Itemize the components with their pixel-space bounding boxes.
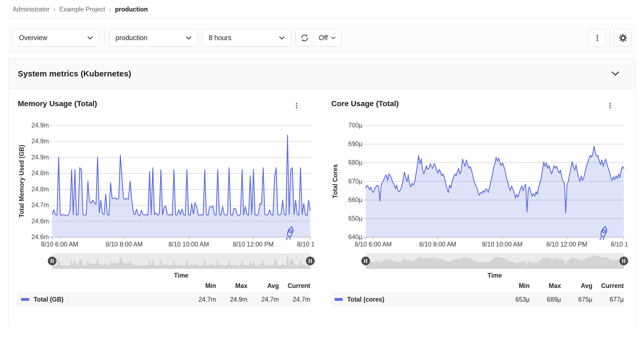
y-tick-label: 680µ — [322, 159, 362, 166]
legend-row-total-cores[interactable]: Total (cores) 653µ 689µ 675µ 677µ — [330, 292, 624, 307]
pause-handle-icon — [361, 256, 370, 266]
series-swatch — [335, 298, 343, 301]
breadcrumb-link-example-project[interactable]: Example Project — [59, 6, 105, 13]
x-tick-label: 8/10 12:00 PM — [233, 241, 274, 248]
legend-header-avg: Avg — [247, 282, 279, 290]
view-select-value: Overview — [19, 34, 47, 42]
settings-button[interactable] — [614, 29, 631, 46]
y-tick-label: 24.6m — [8, 233, 49, 241]
y-axis-tick-labels: 700µ690µ680µ670µ660µ650µ640µ — [322, 126, 362, 237]
breadcrumb: Administrator › Example Project › produc… — [0, 0, 644, 13]
refresh-button[interactable] — [296, 29, 313, 46]
pause-handle-icon — [306, 256, 315, 266]
rocket-watermark-icon — [596, 224, 613, 240]
stat-min: 24.7m — [185, 296, 216, 303]
core-usage-panel: Core Usage (Total) Total Cores 700µ690µ6… — [322, 89, 636, 325]
y-tick-label: 24.6m — [8, 218, 49, 225]
stat-max: 689µ — [530, 296, 561, 303]
chart-menu-button[interactable] — [604, 100, 616, 111]
y-tick-label: 670µ — [322, 178, 362, 185]
charts-row: Memory Usage (Total) Total Memory Used (… — [8, 89, 636, 325]
collapse-chevron-icon[interactable] — [611, 71, 620, 76]
legend-header-current: Current — [592, 282, 624, 290]
breadcrumb-separator-icon: › — [109, 5, 111, 13]
brush-handle-left[interactable] — [361, 256, 370, 266]
legend-header: Min Max Avg Current — [330, 282, 624, 290]
y-tick-label: 660µ — [322, 196, 362, 204]
namespace-select-value: production — [116, 34, 147, 42]
breadcrumb-link-administrator[interactable]: Administrator — [13, 6, 49, 13]
legend-header: Min Max Avg Current — [17, 282, 310, 290]
brush-minimap — [366, 253, 624, 269]
legend-row-total-gb[interactable]: Total (GB) 24.7m 24.9m 24.7m 24.7m — [17, 292, 310, 307]
series-name: Total (GB) — [17, 296, 185, 303]
namespace-select[interactable]: production — [109, 29, 198, 46]
stat-current: 24.7m — [279, 296, 310, 303]
section-title: System metrics (Kubernetes) — [18, 69, 131, 78]
legend-header-min: Min — [185, 282, 216, 290]
stat-avg: 24.7m — [247, 296, 279, 303]
toolbar-divider — [104, 29, 104, 46]
core-usage-chart[interactable] — [366, 126, 624, 240]
brush-handle-right[interactable] — [306, 256, 315, 266]
x-tick-label: 8/10 6:00 AM — [355, 241, 392, 248]
stat-current: 677µ — [592, 296, 624, 303]
kebab-menu-icon — [293, 102, 300, 109]
series-name: Total (cores) — [330, 296, 498, 303]
refresh-icon — [300, 34, 309, 42]
header-divider — [8, 19, 636, 19]
section-system-metrics[interactable]: System metrics (Kubernetes) — [8, 58, 636, 89]
x-axis-title: Time — [366, 272, 624, 279]
x-tick-label: 8/10 10:00 AM — [169, 241, 209, 248]
legend-header-avg: Avg — [561, 282, 592, 290]
time-range-select-value: 8 hours — [209, 34, 231, 42]
memory-usage-chart[interactable] — [52, 126, 310, 240]
pause-handle-icon — [48, 256, 57, 266]
x-tick-label: 8/10 10:00 AM — [482, 241, 522, 248]
legend-header-max: Max — [530, 282, 561, 290]
x-tick-label: 8/10 1:46 — [297, 241, 314, 248]
stat-avg: 675µ — [561, 296, 592, 303]
toolbar-right-controls — [589, 29, 631, 46]
kebab-menu-icon — [607, 102, 613, 109]
y-tick-label: 24.9m — [8, 138, 49, 145]
y-tick-label: 24.8m — [8, 170, 49, 177]
chevron-down-icon — [186, 36, 192, 40]
view-select[interactable]: Overview — [13, 29, 99, 46]
x-tick-label: 8/10 12:00 PM — [546, 241, 587, 248]
x-tick-label: 8/10 6:00 AM — [41, 241, 78, 248]
y-axis-tick-labels: 24.9m24.9m24.9m24.8m24.8m24.7m24.6m24.6m — [8, 126, 49, 237]
rocket-watermark-icon — [282, 224, 299, 240]
x-tick-label: 8/10 8:00 AM — [106, 241, 143, 248]
chart-title: Core Usage (Total) — [331, 99, 399, 108]
pause-handle-icon — [619, 256, 628, 266]
time-brush[interactable] — [52, 253, 310, 269]
gear-icon — [618, 33, 628, 43]
stat-max: 24.9m — [216, 296, 247, 303]
chart-title: Memory Usage (Total) — [18, 99, 97, 108]
series-swatch — [21, 298, 29, 301]
chevron-down-icon — [331, 36, 336, 40]
refresh-group: Off — [296, 29, 341, 46]
toolbar-divider — [610, 30, 610, 46]
stat-min: 653µ — [498, 296, 530, 303]
legend-header-current: Current — [279, 282, 310, 290]
more-actions-button[interactable] — [589, 29, 606, 46]
refresh-interval-select[interactable]: Off — [313, 29, 341, 46]
brush-handle-right[interactable] — [619, 256, 628, 266]
time-range-select[interactable]: 8 hours — [202, 29, 291, 46]
time-brush[interactable] — [366, 253, 624, 269]
breadcrumb-current-production: production — [115, 6, 148, 13]
kebab-menu-icon — [594, 34, 601, 42]
x-axis-tick-labels: 8/10 6:00 AM8/10 8:00 AM8/10 10:00 AM8/1… — [8, 241, 314, 250]
refresh-interval-value: Off — [319, 34, 328, 42]
y-tick-label: 24.7m — [8, 201, 49, 209]
y-tick-label: 640µ — [322, 233, 362, 241]
memory-usage-panel: Memory Usage (Total) Total Memory Used (… — [8, 89, 322, 325]
chart-menu-button[interactable] — [291, 100, 302, 111]
legend-header-min: Min — [498, 282, 530, 290]
y-tick-label: 690µ — [322, 140, 362, 148]
legend-header-max: Max — [216, 282, 247, 290]
x-tick-label: 8/10 8:00 AM — [419, 241, 456, 248]
brush-handle-left[interactable] — [48, 256, 57, 266]
